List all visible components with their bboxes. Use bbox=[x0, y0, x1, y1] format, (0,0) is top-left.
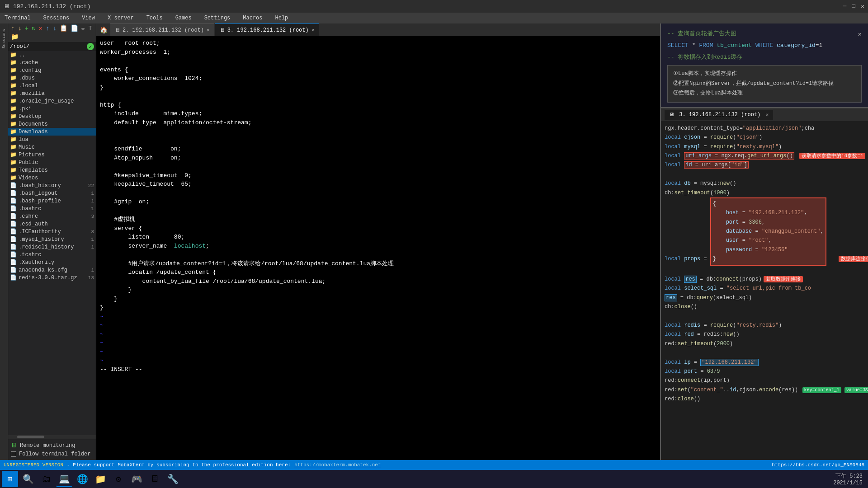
folder-icon: 📁 bbox=[10, 90, 17, 97]
tab-close-button[interactable]: ✕ bbox=[311, 27, 315, 33]
download-button[interactable]: ↓ bbox=[52, 25, 57, 32]
list-item[interactable]: 📄 .rediscli_history 1 bbox=[8, 243, 96, 251]
sql-panel-close[interactable]: ✕ bbox=[858, 28, 862, 41]
file-name: .ICEauthority bbox=[19, 229, 89, 235]
status-link[interactable]: https://mobaxterm.mobatek.net bbox=[294, 462, 381, 468]
minimize-button[interactable]: ─ bbox=[843, 3, 847, 10]
list-item[interactable]: 📁 .pki bbox=[8, 105, 96, 113]
taskbar-search-icon[interactable]: 🔍 bbox=[20, 471, 36, 487]
list-item-downloads[interactable]: 📁 Downloads bbox=[8, 128, 96, 136]
list-item[interactable]: 📄 .bash_history 22 bbox=[8, 182, 96, 189]
horizontal-scrollbar[interactable] bbox=[8, 435, 96, 439]
file-icon: 📄 bbox=[10, 236, 17, 243]
folder-icon: 📁 bbox=[10, 159, 17, 166]
list-item[interactable]: 📁 Templates bbox=[8, 166, 96, 174]
list-item[interactable]: 📁 .oracle_jre_usage bbox=[8, 97, 96, 105]
scrollbar-thumb[interactable] bbox=[17, 436, 44, 438]
list-item[interactable]: 📄 .bash_logout 1 bbox=[8, 189, 96, 197]
menu-terminal[interactable]: Terminal bbox=[2, 14, 33, 22]
taskbar-taskview-icon[interactable]: 🗂 bbox=[38, 471, 54, 487]
menu-help[interactable]: Help bbox=[273, 14, 291, 22]
list-item[interactable]: 📁 Desktop bbox=[8, 113, 96, 120]
lua-code-content[interactable]: ngx.header.content_type="application/jso… bbox=[661, 121, 868, 460]
delete-button[interactable]: ✕ bbox=[38, 25, 43, 32]
nav-down-button[interactable]: ↓ bbox=[17, 25, 22, 32]
tab-home-icon[interactable]: 🏠 bbox=[98, 26, 109, 34]
status-right: https://bbs.csdn.net/go_ENS0848 bbox=[772, 462, 864, 468]
session-tab-item[interactable]: Sessions bbox=[1, 27, 7, 50]
list-item[interactable]: 📄 .esd_auth bbox=[8, 220, 96, 228]
list-item[interactable]: 📄 .Xauthority bbox=[8, 258, 96, 266]
file-name: redis-3.0.0.tar.gz bbox=[19, 275, 86, 281]
paste-button[interactable]: 📄 bbox=[70, 25, 79, 32]
taskbar-settings-icon[interactable]: ⚙ bbox=[110, 471, 127, 487]
list-item[interactable]: 📁 .cache bbox=[8, 59, 96, 66]
file-name: Templates bbox=[19, 167, 94, 174]
menu-macros[interactable]: Macros bbox=[240, 14, 265, 22]
tab-1[interactable]: 🖥 2. 192.168.211.132 (root) ✕ bbox=[110, 23, 214, 36]
menu-settings[interactable]: Settings bbox=[202, 14, 233, 22]
file-icon: 📄 bbox=[10, 221, 17, 227]
list-item[interactable]: 📄 anaconda-ks.cfg 1 bbox=[8, 266, 96, 274]
tab-2[interactable]: 🖥 3. 192.168.211.132 (root) ✕ bbox=[215, 23, 319, 36]
list-item[interactable]: 📁 Music bbox=[8, 143, 96, 151]
text-button[interactable]: T bbox=[87, 25, 93, 32]
copy-button[interactable]: 📋 bbox=[59, 25, 68, 32]
list-item[interactable]: 📄 .ICEauthority 3 bbox=[8, 228, 96, 235]
edit-button[interactable]: ✏ bbox=[80, 25, 86, 32]
list-item[interactable]: 📁 .local bbox=[8, 82, 96, 89]
file-name: Pictures bbox=[19, 152, 94, 158]
taskbar-files-icon[interactable]: 📁 bbox=[92, 471, 108, 487]
menu-tools[interactable]: Tools bbox=[144, 14, 165, 22]
list-item[interactable]: 📁 .config bbox=[8, 66, 96, 74]
file-browser: ↑ ↓ + ↻ ✕ ↑ ↓ 📋 📄 ✏ T 📁 ✓ bbox=[8, 23, 96, 460]
file-icon: 📄 bbox=[10, 267, 17, 273]
path-go-button[interactable]: ✓ bbox=[87, 43, 94, 50]
menu-view[interactable]: View bbox=[79, 14, 98, 22]
taskbar-tools-icon[interactable]: 🔧 bbox=[165, 471, 181, 487]
file-count: 1 bbox=[91, 198, 94, 204]
folder-icon: 📁 bbox=[10, 174, 17, 181]
path-input[interactable] bbox=[10, 43, 87, 50]
list-item[interactable]: 📁 .. bbox=[8, 51, 96, 59]
list-item[interactable]: 📄 .bash_profile 1 bbox=[8, 197, 96, 205]
lua-tab-1[interactable]: 🖥 3. 192.168.211.132 (root) ✕ bbox=[665, 110, 773, 120]
taskbar-browser-icon[interactable]: 🌐 bbox=[74, 471, 90, 487]
sidebar-bottom: 🖥 Remote monitoring Follow terminal fold… bbox=[8, 439, 96, 460]
sql-panel: ✕ -- 查询首页轮播广告大图 SELECT * FROM tb_content… bbox=[660, 23, 868, 108]
lua-tab-close[interactable]: ✕ bbox=[765, 112, 769, 117]
list-item[interactable]: 📁 .mozilla bbox=[8, 89, 96, 97]
taskbar-games-icon[interactable]: 🎮 bbox=[128, 471, 145, 487]
list-item[interactable]: 📄 redis-3.0.0.tar.gz 13 bbox=[8, 274, 96, 282]
maximize-button[interactable]: □ bbox=[852, 3, 855, 10]
start-button[interactable]: ⊞ bbox=[2, 471, 18, 487]
list-item[interactable]: 📄 .mysql_history 1 bbox=[8, 235, 96, 243]
list-item[interactable]: 📁 lua bbox=[8, 136, 96, 143]
list-item[interactable]: 📁 Pictures bbox=[8, 151, 96, 159]
refresh-button[interactable]: ↻ bbox=[31, 25, 36, 32]
tab-close-button[interactable]: ✕ bbox=[207, 27, 210, 33]
upload-button[interactable]: ↑ bbox=[45, 25, 50, 32]
menu-sessions[interactable]: Sessions bbox=[41, 14, 72, 22]
list-item[interactable]: 📄 .cshrc 3 bbox=[8, 212, 96, 220]
file-name: .bash_logout bbox=[19, 190, 89, 197]
nav-up-button[interactable]: ↑ bbox=[10, 25, 15, 32]
follow-folder-checkbox[interactable] bbox=[11, 451, 16, 457]
folder-button[interactable]: 📁 bbox=[10, 33, 19, 41]
taskbar-monitor-icon[interactable]: 🖥 bbox=[146, 471, 163, 487]
list-item[interactable]: 📁 Public bbox=[8, 159, 96, 166]
list-item[interactable]: 📁 Documents bbox=[8, 120, 96, 128]
window-title: 192.168.211.132 (root) bbox=[13, 3, 91, 10]
file-name: .config bbox=[19, 67, 94, 74]
close-button[interactable]: ✕ bbox=[861, 3, 864, 10]
add-button[interactable]: + bbox=[24, 25, 29, 32]
taskbar-terminal-icon[interactable]: 💻 bbox=[56, 471, 72, 487]
list-item[interactable]: 📄 .tcshrc bbox=[8, 251, 96, 258]
list-item[interactable]: 📄 .bashrc 1 bbox=[8, 205, 96, 212]
list-item[interactable]: 📁 .dbus bbox=[8, 74, 96, 82]
menu-games[interactable]: Games bbox=[173, 14, 194, 22]
menu-xserver[interactable]: X server bbox=[105, 14, 137, 22]
file-name: .local bbox=[19, 83, 94, 89]
info-box: ①Lua脚本，实现缓存操作 ②配置Nginx的Server，拦截/update_… bbox=[667, 65, 862, 103]
list-item[interactable]: 📁 Videos bbox=[8, 174, 96, 182]
